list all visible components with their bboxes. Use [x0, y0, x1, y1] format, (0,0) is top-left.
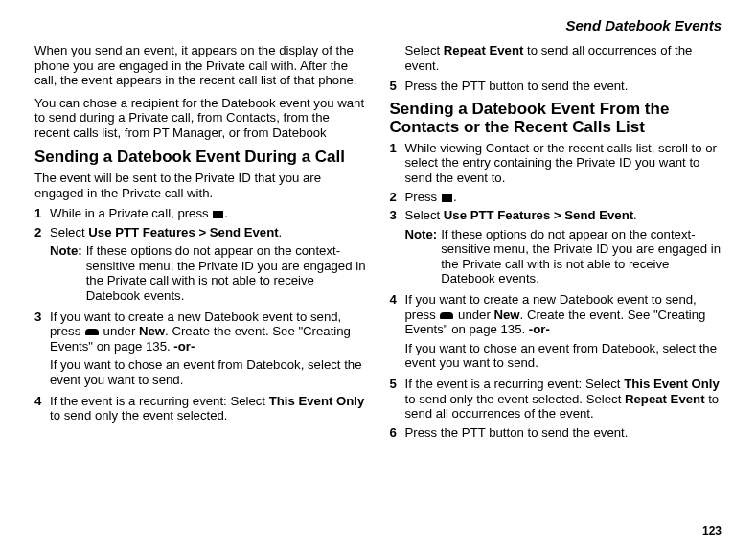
left-column: When you send an event, it appears on th…: [34, 43, 367, 444]
step-text: While viewing Contact or the recent call…: [405, 141, 722, 186]
step-text: While in a Private call, press .: [50, 206, 367, 221]
step-number: 3: [390, 208, 405, 223]
bold-text: Use PTT Features > Send Event: [444, 208, 633, 222]
text-fragment: Select: [405, 208, 444, 222]
right-column: Select Repeat Event to send all occurren…: [390, 43, 722, 444]
left-step-3: 3 If you want to create a new Datebook e…: [34, 309, 367, 355]
bold-text: -or-: [173, 339, 195, 354]
left-step-3-sub: If you want to chose an event from Dateb…: [34, 357, 367, 387]
step-text: Select Use PTT Features > Send Event.: [50, 225, 367, 240]
step-text: If you want to create a new Datebook eve…: [50, 309, 367, 355]
heading-from-contacts: Sending a Datebook Event From the Contac…: [390, 100, 722, 137]
text-fragment: .: [453, 190, 457, 204]
step-number: 5: [390, 377, 405, 422]
note-text: If these options do not appear on the co…: [441, 227, 722, 286]
softkey-icon: [85, 329, 99, 335]
text-fragment: under: [454, 308, 493, 322]
step-text: If the event is a recurring event: Selec…: [405, 377, 722, 422]
bold-text: Repeat Event: [444, 43, 524, 57]
step-text: Press .: [405, 190, 722, 205]
step-text: If the event is a recurring event: Selec…: [50, 394, 367, 423]
step-number: 4: [34, 394, 50, 423]
bold-text: Use PTT Features > Send Event: [88, 225, 278, 240]
text-fragment: to send only the event selected.: [50, 408, 227, 423]
right-step-4: 4 If you want to create a new Datebook e…: [390, 292, 722, 337]
running-head: Send Datebook Events: [34, 17, 722, 34]
text-fragment: .: [279, 225, 283, 240]
step-number: 4: [390, 292, 405, 337]
bold-text: New: [493, 308, 519, 322]
step-number: 2: [390, 190, 405, 205]
bold-text: This Event Only: [269, 394, 365, 408]
note-label: Note:: [405, 227, 442, 286]
text-fragment: .: [633, 208, 637, 222]
text-fragment: to send only the event selected. Select: [405, 392, 625, 406]
step-text: Press the PTT button to send the event.: [405, 425, 722, 441]
right-step-3: 3 Select Use PTT Features > Send Event.: [390, 208, 722, 223]
during-call-lead: The event will be sent to the Private ID…: [34, 171, 367, 200]
text-fragment: Select: [405, 43, 444, 57]
bold-text: Repeat Event: [625, 392, 705, 406]
left-step-1: 1 While in a Private call, press .: [34, 206, 367, 221]
text-fragment: If the event is a recurring event: Selec…: [405, 377, 625, 391]
right-step-6: 6 Press the PTT button to send the event…: [390, 425, 722, 441]
text-fragment: Select: [50, 225, 88, 240]
manual-page: Send Datebook Events When you send an ev…: [0, 0, 756, 549]
step-number: 3: [34, 309, 50, 355]
note-label: Note:: [50, 243, 86, 303]
step-number: 6: [390, 425, 405, 441]
step-text: Press the PTT button to send the event.: [405, 79, 722, 94]
step-number: 5: [390, 79, 405, 94]
step-number: 1: [390, 141, 405, 186]
softkey-icon: [440, 312, 453, 319]
bold-text: -or-: [529, 322, 550, 336]
left-note-1: Note: If these options do not appear on …: [34, 243, 367, 303]
step-number: 2: [34, 225, 50, 240]
right-step-2: 2 Press .: [390, 190, 722, 205]
right-step-5b: 5 If the event is a recurring event: Sel…: [390, 377, 722, 422]
bold-text: This Event Only: [624, 377, 720, 391]
bold-text: New: [139, 324, 165, 338]
text-fragment: Press: [405, 190, 441, 204]
text-fragment: While in a Private call, press: [50, 206, 212, 220]
text-fragment: .: [224, 206, 228, 220]
right-step-1: 1 While viewing Contact or the recent ca…: [390, 141, 722, 186]
page-number: 123: [702, 524, 722, 538]
heading-during-call: Sending a Datebook Event During a Call: [34, 148, 367, 167]
note-text: If these options do not appear on the co…: [86, 243, 367, 303]
left-step-4: 4 If the event is a recurring event: Sel…: [34, 394, 367, 423]
step-text: Select Use PTT Features > Send Event.: [405, 208, 722, 223]
step-number: 1: [34, 206, 50, 221]
step-text: If you want to create a new Datebook eve…: [405, 292, 722, 337]
intro-paragraph-1: When you send an event, it appears on th…: [34, 43, 367, 88]
text-fragment: under: [100, 324, 139, 338]
right-step-4-sub: If you want to chose an event from Dateb…: [390, 341, 722, 371]
intro-paragraph-2: You can chose a recipient for the Datebo…: [34, 96, 367, 141]
right-continuation: Select Repeat Event to send all occurren…: [390, 43, 722, 73]
menu-key-icon: [442, 194, 452, 202]
text-fragment: If the event is a recurring event: Selec…: [50, 394, 269, 408]
two-column-layout: When you send an event, it appears on th…: [34, 43, 722, 444]
right-step-5: 5 Press the PTT button to send the event…: [390, 79, 722, 94]
right-note-1: Note: If these options do not appear on …: [390, 227, 722, 286]
left-step-2: 2 Select Use PTT Features > Send Event.: [34, 225, 367, 240]
menu-key-icon: [213, 211, 223, 218]
